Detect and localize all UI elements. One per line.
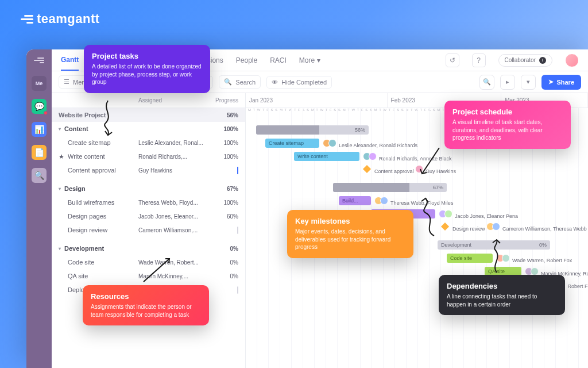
search-button[interactable]: 🔍 Search xyxy=(219,75,261,89)
hide-completed-button[interactable]: 👁 Hide Completed xyxy=(266,76,332,89)
gantt-task-bar[interactable]: Create sitemap xyxy=(265,139,319,148)
checkbox-icon[interactable] xyxy=(237,167,238,174)
task-row[interactable]: Content approvalGuy Hawkins xyxy=(52,163,245,177)
user-avatar[interactable] xyxy=(565,53,579,67)
group-development[interactable]: ▾Development0% xyxy=(52,241,245,255)
task-row[interactable]: Design pagesJacob Jones, Eleanor...60% xyxy=(52,209,245,223)
col-assigned: Assigned xyxy=(138,97,210,103)
checkbox-icon[interactable] xyxy=(237,227,238,234)
rail-logo-icon xyxy=(34,57,44,63)
zoom-icon[interactable]: 🔍 xyxy=(479,75,494,90)
callout-key-milestones: Key milestonesMajor events, dates, decis… xyxy=(287,210,413,258)
tab-gantt[interactable]: Gantt xyxy=(61,50,79,71)
help-icon[interactable]: ? xyxy=(472,53,486,67)
today-icon[interactable]: ▸ xyxy=(500,75,515,90)
callout-project-tasks: Project tasksA detailed list of work to … xyxy=(84,45,210,93)
brand-text: teamgantt xyxy=(37,12,100,26)
callout-project-schedule: Project scheduleA visual timeline of tas… xyxy=(444,101,571,149)
checkbox-icon[interactable] xyxy=(237,286,238,294)
brand-glyph-icon xyxy=(21,15,33,24)
month-label: Feb 2023 xyxy=(391,97,415,103)
gantt-task-bar[interactable]: Build... xyxy=(339,196,371,205)
rail-search-icon[interactable]: 🔍 xyxy=(32,168,47,183)
group-design[interactable]: ▾Design67% xyxy=(52,182,245,195)
task-row[interactable]: ★Write contentRonald Richards,...100% xyxy=(52,150,245,163)
task-row[interactable]: Build wireframesTheresa Webb, Floyd...10… xyxy=(52,195,245,209)
task-row[interactable]: Create sitemapLeslie Alexander, Ronal...… xyxy=(52,136,245,150)
rail-me[interactable]: Me xyxy=(32,76,47,91)
rail-notes-icon[interactable]: 📄 xyxy=(32,145,47,160)
tab-more[interactable]: More xyxy=(299,51,320,70)
tab-raci[interactable]: RACI xyxy=(270,51,287,70)
history-icon[interactable]: ↺ xyxy=(446,53,459,67)
callout-dependencies: DependenciesA line connecting tasks that… xyxy=(439,275,565,315)
gantt-task-bar[interactable]: Code site xyxy=(447,254,493,263)
group-content[interactable]: ▾Content100% xyxy=(52,122,245,136)
brand-logo: teamgantt xyxy=(21,12,100,26)
task-row[interactable]: Design reviewCameron Williamson,... xyxy=(52,223,245,237)
gantt-group-bar[interactable]: Development0% xyxy=(438,240,550,250)
gantt-task-bar[interactable]: Write content xyxy=(294,152,359,161)
gantt-group-bar[interactable]: Content56% xyxy=(256,125,369,135)
month-label: Jan 2023 xyxy=(249,97,273,103)
task-row[interactable]: Code siteWade Warren, Robert...0% xyxy=(52,255,245,269)
gantt-group-bar[interactable]: Design67% xyxy=(333,183,447,192)
project-row[interactable]: Website Project 56% xyxy=(52,108,245,122)
options-icon[interactable]: ▾ xyxy=(521,75,536,90)
rail-reports-icon[interactable]: 📊 xyxy=(32,122,47,137)
task-list: Assigned Progress Website Project 56% ▾C… xyxy=(52,93,246,368)
col-progress: Progress xyxy=(210,97,238,103)
side-rail: Me 💬 📊 📄 🔍 xyxy=(26,49,52,368)
rail-chat-icon[interactable]: 💬 xyxy=(32,99,47,114)
task-row[interactable]: QA siteMarvin McKinney,...0% xyxy=(52,269,245,283)
tab-people[interactable]: People xyxy=(236,51,257,70)
share-button[interactable]: ➤ Share xyxy=(541,75,581,90)
callout-resources: ResourcesAssignments that indicate the p… xyxy=(83,285,209,325)
role-pill[interactable]: Collaboratori xyxy=(498,54,552,67)
